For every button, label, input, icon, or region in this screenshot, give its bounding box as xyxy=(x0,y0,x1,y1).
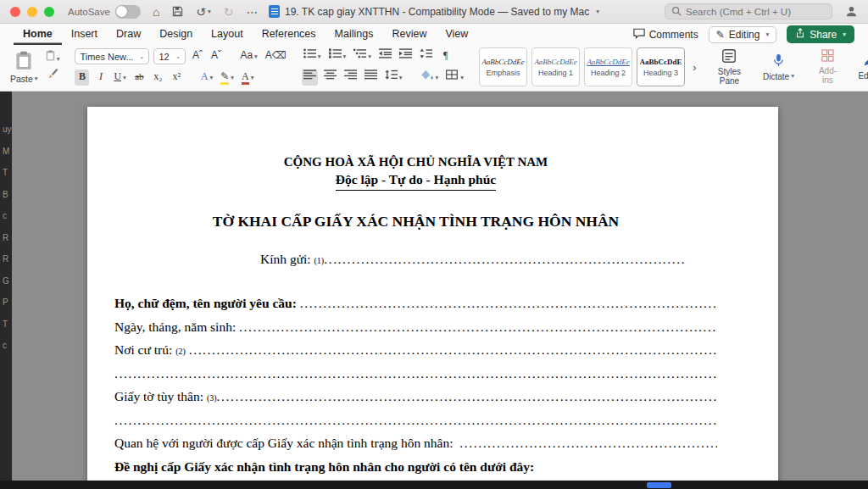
background-window-text: uy xyxy=(0,119,12,141)
dot-leader: ........................................… xyxy=(324,247,687,271)
document-line[interactable]: Đề nghị cấp Giấy xác nhận tình trạng hôn… xyxy=(114,455,717,479)
highlight-color-button[interactable]: ✎▾ xyxy=(219,69,236,86)
background-window-strip[interactable]: uyMTBcRRGPTc xyxy=(0,92,12,481)
document-text: Họ, chữ đệm, tên người yêu cầu: xyxy=(114,292,300,315)
style-card-heading-3[interactable]: AaBbCcDdEHeading 3 xyxy=(637,47,685,86)
search-input[interactable] xyxy=(686,7,826,17)
grow-font-button[interactable]: Aˆ xyxy=(190,48,204,64)
font-color-button[interactable]: A▾ xyxy=(240,69,255,86)
ribbon-tab-bar: HomeInsertDrawDesignLayoutReferencesMail… xyxy=(0,24,868,45)
minimize-window-button[interactable] xyxy=(27,7,37,17)
tab-draw[interactable]: Draw xyxy=(107,24,150,45)
tab-home[interactable]: Home xyxy=(14,24,62,45)
addins-button[interactable]: Add-ins xyxy=(810,49,845,85)
style-label: Heading 1 xyxy=(538,69,573,77)
italic-button[interactable]: I xyxy=(93,69,108,86)
redo-button[interactable]: ↻ xyxy=(224,6,234,18)
share-button[interactable]: Share ▾ xyxy=(787,25,854,43)
superscript-button[interactable]: x² xyxy=(170,69,184,86)
tab-review[interactable]: Review xyxy=(382,24,436,45)
clipboard-small-buttons: ▾ xyxy=(44,48,62,86)
tab-references[interactable]: References xyxy=(253,24,326,45)
paragraph-group: ▾ ▾ ▾ ¶ xyxy=(302,47,465,86)
document-line[interactable]: Giấy tờ tùy thân: (3)...................… xyxy=(114,385,717,408)
text-effects-button[interactable]: A▾ xyxy=(199,69,214,86)
clear-formatting-button[interactable]: A⌫ xyxy=(264,48,288,64)
autosave-label: AutoSave xyxy=(68,7,110,17)
account-icon[interactable] xyxy=(845,5,858,19)
document-line[interactable]: Họ, chữ đệm, tên người yêu cầu: ........… xyxy=(114,292,717,315)
share-label: Share xyxy=(810,29,837,41)
document-line[interactable]: Kính gửi: (1)...........................… xyxy=(114,247,717,271)
numbering-button[interactable]: ▾ xyxy=(327,48,348,64)
dock-indicator[interactable] xyxy=(647,482,671,488)
align-left-button[interactable] xyxy=(302,69,318,86)
save-icon[interactable] xyxy=(172,6,183,17)
style-label: Emphasis xyxy=(487,69,520,77)
sort-button[interactable] xyxy=(418,48,434,64)
styles-pane-button[interactable]: Styles Pane xyxy=(711,49,747,86)
document-line[interactable]: ........................................… xyxy=(114,408,717,432)
close-window-button[interactable] xyxy=(10,7,20,17)
align-center-button[interactable] xyxy=(322,69,338,86)
borders-button[interactable]: ▾ xyxy=(444,69,465,86)
tab-insert[interactable]: Insert xyxy=(62,24,107,45)
increase-indent-button[interactable] xyxy=(398,48,414,64)
style-card-heading-2[interactable]: AaBbCcDdEeHeading 2 xyxy=(584,47,632,86)
paste-options-button[interactable]: ▾ xyxy=(44,50,62,66)
bold-button[interactable]: B xyxy=(75,69,89,86)
comments-button[interactable]: Comments xyxy=(633,28,698,42)
chevron-down-icon: ▾ xyxy=(843,31,846,38)
decrease-indent-button[interactable] xyxy=(377,48,393,64)
format-painter-button[interactable] xyxy=(44,68,62,84)
style-sample: AaBbCcDdEe xyxy=(481,58,524,66)
document-line[interactable]: ........................................… xyxy=(114,362,717,386)
home-icon[interactable]: ⌂ xyxy=(153,6,159,18)
editing-mode-button[interactable]: ✎ Editing ▾ xyxy=(709,26,777,43)
more-commands-button[interactable]: ⋯ xyxy=(247,6,259,18)
dictate-button[interactable]: Dictate▾ xyxy=(760,53,796,81)
undo-button[interactable]: ↺▾ xyxy=(196,6,211,18)
comment-icon xyxy=(633,28,645,42)
shading-button[interactable]: ▾ xyxy=(420,69,441,86)
underline-button[interactable]: U▾ xyxy=(112,69,127,86)
document-line[interactable]: Quan hệ với người được cấp Giấy xác nhận… xyxy=(114,431,717,455)
style-card-heading-1[interactable]: AaBbCcDdEeHeading 1 xyxy=(531,47,580,86)
chevron-down-icon: ▾ xyxy=(436,70,439,85)
background-window-text: c xyxy=(0,335,12,357)
tab-design[interactable]: Design xyxy=(150,24,202,45)
word-document-icon xyxy=(269,5,280,18)
change-case-button[interactable]: Aa▾ xyxy=(238,48,259,64)
justify-button[interactable] xyxy=(363,69,379,86)
search-box[interactable] xyxy=(665,3,832,19)
tab-mailings[interactable]: Mailings xyxy=(326,24,383,45)
document-text: Nơi cư trú: xyxy=(114,338,175,362)
style-sample: AaBbCcDdEe xyxy=(534,58,576,66)
editor-button[interactable]: Editor xyxy=(851,54,868,81)
document-page[interactable]: CỘNG HOÀ XÃ HỘI CHỦ NGHĨA VIỆT NAM Độc l… xyxy=(87,107,778,481)
fullscreen-window-button[interactable] xyxy=(44,7,54,17)
font-name-select[interactable]: Times New... ⌄ xyxy=(75,48,149,64)
align-right-button[interactable] xyxy=(342,69,359,86)
shrink-font-button[interactable]: Aˇ xyxy=(209,48,223,64)
style-card-emphasis[interactable]: AaBbCcDdEeEmphasis xyxy=(479,47,527,86)
bullets-button[interactable]: ▾ xyxy=(302,48,323,64)
strikethrough-button[interactable]: ab xyxy=(132,69,147,86)
tab-view[interactable]: View xyxy=(436,24,477,45)
paste-button[interactable]: Paste▾ xyxy=(10,51,38,83)
subscript-button[interactable]: x₂ xyxy=(151,69,165,86)
background-window-text: T xyxy=(0,314,12,336)
multilevel-list-button[interactable]: ▾ xyxy=(352,48,373,64)
underline-icon: U xyxy=(114,69,121,84)
dot-leader: ........................................… xyxy=(114,408,717,432)
title-chevron-icon[interactable]: ▾ xyxy=(596,8,599,15)
styles-gallery-expand-button[interactable]: › xyxy=(691,61,698,74)
document-line[interactable]: Ngày, tháng, năm sinh: .................… xyxy=(114,315,717,339)
show-formatting-marks-button[interactable]: ¶ xyxy=(438,48,453,64)
autosave-toggle[interactable] xyxy=(115,5,141,19)
line-spacing-button[interactable]: ▾ xyxy=(383,69,404,86)
document-line[interactable]: Nơi cư trú: (2) ........................… xyxy=(114,338,717,362)
font-size-select[interactable]: 12 ⌄ xyxy=(153,48,186,64)
tab-layout[interactable]: Layout xyxy=(202,24,253,45)
ribbon-tab-list: HomeInsertDrawDesignLayoutReferencesMail… xyxy=(14,24,477,45)
